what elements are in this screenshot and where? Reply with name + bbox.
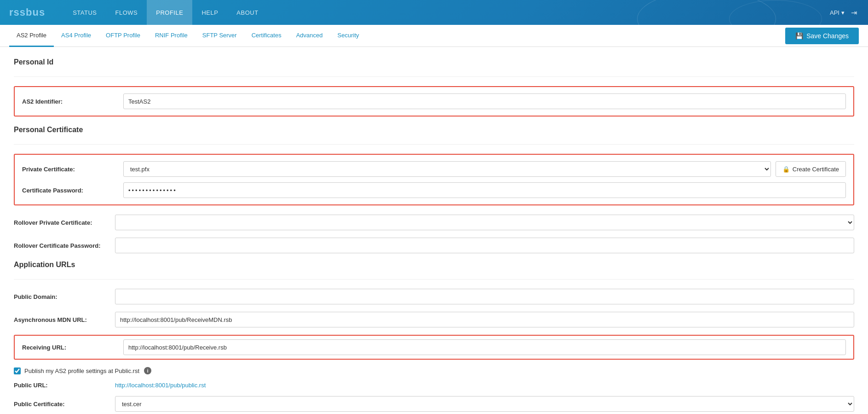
personal-cert-box: Private Certificate: test.pfx 🔒 Create C… — [14, 154, 854, 205]
nav-links: STATUS FLOWS PROFILE HELP ABOUT — [63, 0, 830, 25]
public-url-label: Public URL: — [14, 382, 115, 389]
tab-oftp-profile[interactable]: OFTP Profile — [98, 25, 148, 47]
nav-external-icon[interactable]: ⇥ — [849, 6, 859, 19]
public-cert-label: Public Certificate: — [14, 401, 115, 408]
navbar: rssbus STATUS FLOWS PROFILE HELP ABOUT A… — [0, 0, 868, 25]
nav-right: API ▾ ⇥ — [830, 6, 859, 19]
personal-id-divider — [14, 76, 854, 77]
app-urls-section-title: Application URLs — [14, 261, 854, 273]
publish-checkbox-row: Publish my AS2 profile settings at Publi… — [14, 367, 854, 374]
nav-profile[interactable]: PROFILE — [147, 0, 192, 25]
receiving-url-box: Receiving URL: — [14, 335, 854, 360]
rollover-password-row: Rollover Certificate Password: — [14, 238, 854, 253]
public-domain-label: Public Domain: — [14, 293, 115, 300]
rollover-cert-select[interactable] — [115, 215, 854, 230]
async-mdn-input[interactable] — [115, 312, 854, 327]
info-icon: i — [144, 367, 151, 374]
rollover-password-label: Rollover Certificate Password: — [14, 242, 115, 249]
rollover-cert-row: Rollover Private Certificate: — [14, 215, 854, 230]
nav-about[interactable]: ABOUT — [227, 0, 267, 25]
tab-sftp-server[interactable]: SFTP Server — [195, 25, 244, 47]
tabs-list: AS2 Profile AS4 Profile OFTP Profile RNI… — [9, 25, 785, 47]
rollover-password-input[interactable] — [115, 238, 854, 253]
rollover-cert-label: Rollover Private Certificate: — [14, 219, 115, 226]
save-icon: 💾 — [795, 32, 803, 40]
publish-checkbox[interactable] — [14, 367, 21, 374]
async-mdn-row: Asynchronous MDN URL: — [14, 312, 854, 327]
personal-id-box: AS2 Identifier: — [14, 86, 854, 117]
tab-advanced[interactable]: Advanced — [289, 25, 330, 47]
public-domain-row: Public Domain: — [14, 289, 854, 304]
tab-as2-profile[interactable]: AS2 Profile — [9, 25, 54, 47]
async-mdn-label: Asynchronous MDN URL: — [14, 316, 115, 323]
nav-flows[interactable]: FLOWS — [106, 0, 147, 25]
public-url-row: Public URL: http://localhost:8001/pub/pu… — [14, 382, 854, 389]
tabs-bar: AS2 Profile AS4 Profile OFTP Profile RNI… — [0, 25, 868, 47]
nav-status[interactable]: STATUS — [63, 0, 106, 25]
save-changes-button[interactable]: 💾 Save Changes — [785, 28, 859, 44]
logo: rssbus — [9, 6, 45, 18]
cert-password-label: Certificate Password: — [22, 187, 123, 194]
cert-password-input[interactable] — [123, 182, 846, 198]
create-cert-label: Create Certificate — [793, 166, 839, 173]
cert-password-row: Certificate Password: — [22, 182, 846, 198]
create-certificate-button[interactable]: 🔒 Create Certificate — [776, 161, 846, 177]
lock-icon: 🔒 — [782, 166, 790, 173]
public-cert-select[interactable]: test.cer — [115, 396, 854, 412]
tab-as4-profile[interactable]: AS4 Profile — [54, 25, 98, 47]
personal-cert-section-title: Personal Certificate — [14, 126, 854, 138]
logo-text: rssbus — [9, 6, 45, 18]
tab-security[interactable]: Security — [330, 25, 367, 47]
main-content: Personal Id AS2 Identifier: Personal Cer… — [0, 47, 868, 414]
as2-identifier-label: AS2 Identifier: — [22, 98, 123, 105]
private-cert-label: Private Certificate: — [22, 166, 123, 173]
as2-identifier-input[interactable] — [123, 93, 846, 109]
as2-identifier-row: AS2 Identifier: — [22, 93, 846, 109]
publish-label: Publish my AS2 profile settings at Publi… — [24, 367, 139, 374]
public-cert-row: Public Certificate: test.cer — [14, 396, 854, 412]
app-urls-divider — [14, 279, 854, 280]
tab-rnif-profile[interactable]: RNIF Profile — [148, 25, 195, 47]
nav-help[interactable]: HELP — [192, 0, 227, 25]
private-cert-select[interactable]: test.pfx — [123, 161, 771, 177]
public-domain-input[interactable] — [115, 289, 854, 304]
save-changes-label: Save Changes — [806, 32, 849, 40]
api-label: API — [830, 9, 839, 16]
personal-cert-divider — [14, 144, 854, 145]
api-dropdown[interactable]: API ▾ — [830, 9, 845, 16]
api-arrow-icon: ▾ — [841, 9, 845, 16]
public-url-link[interactable]: http://localhost:8001/pub/public.rst — [115, 382, 206, 389]
receiving-url-label: Receiving URL: — [22, 344, 123, 351]
private-cert-row: Private Certificate: test.pfx 🔒 Create C… — [22, 161, 846, 177]
personal-id-section-title: Personal Id — [14, 58, 854, 70]
tab-certificates[interactable]: Certificates — [244, 25, 289, 47]
receiving-url-input[interactable] — [123, 339, 846, 355]
